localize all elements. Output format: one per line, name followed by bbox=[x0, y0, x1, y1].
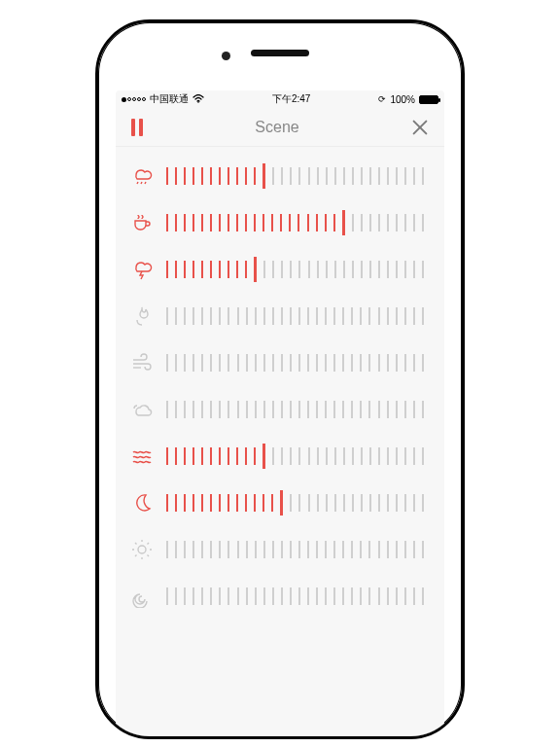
carrier-label: 中国联通 bbox=[150, 92, 189, 106]
device-power-button bbox=[464, 197, 465, 256]
sound-row-wind bbox=[129, 339, 431, 386]
volume-slider-clouds[interactable] bbox=[166, 396, 431, 423]
sound-row-sun bbox=[129, 526, 431, 573]
wind-icon[interactable] bbox=[129, 350, 155, 375]
clouds-icon[interactable] bbox=[129, 397, 155, 422]
volume-slider-waves[interactable] bbox=[166, 443, 431, 470]
device-frame: 中国联通 下午2:47 ⟳ 100% Scene bbox=[95, 19, 465, 739]
sound-row-moon bbox=[129, 480, 431, 526]
volume-slider-spiral[interactable] bbox=[166, 583, 431, 610]
sound-row-spiral bbox=[129, 573, 431, 620]
status-bar: 中国联通 下午2:47 ⟳ 100% bbox=[116, 90, 444, 108]
thunder-icon[interactable] bbox=[129, 257, 155, 282]
orientation-lock-icon: ⟳ bbox=[378, 94, 386, 104]
sound-row-rain bbox=[129, 153, 431, 199]
volume-slider-wind[interactable] bbox=[166, 349, 431, 376]
close-button[interactable] bbox=[411, 119, 429, 136]
sound-row-fire bbox=[129, 293, 431, 339]
nav-bar: Scene bbox=[116, 108, 444, 147]
screen: 中国联通 下午2:47 ⟳ 100% Scene bbox=[116, 90, 444, 736]
page-title: Scene bbox=[255, 119, 298, 136]
coffee-icon[interactable] bbox=[129, 210, 155, 235]
volume-slider-coffee[interactable] bbox=[166, 209, 431, 236]
waves-icon[interactable] bbox=[129, 444, 155, 469]
spiral-icon[interactable] bbox=[129, 584, 155, 609]
volume-slider-thunder[interactable] bbox=[166, 256, 431, 283]
volume-slider-rain[interactable] bbox=[166, 162, 431, 190]
sound-row-thunder bbox=[129, 246, 431, 293]
sound-row-clouds bbox=[129, 386, 431, 433]
pause-button[interactable] bbox=[131, 119, 143, 136]
sound-row-coffee bbox=[129, 199, 431, 246]
device-volume-down bbox=[95, 266, 96, 312]
svg-point-1 bbox=[138, 546, 146, 553]
svg-point-0 bbox=[197, 101, 199, 103]
volume-slider-fire[interactable] bbox=[166, 302, 431, 330]
device-mute-switch bbox=[95, 159, 96, 188]
device-speaker bbox=[251, 50, 309, 56]
wifi-icon bbox=[192, 94, 204, 105]
device-volume-up bbox=[95, 207, 96, 254]
volume-slider-sun[interactable] bbox=[166, 536, 431, 563]
device-camera bbox=[222, 52, 230, 60]
battery-percent-label: 100% bbox=[390, 94, 415, 105]
volume-slider-moon[interactable] bbox=[166, 489, 431, 516]
moon-icon[interactable] bbox=[129, 490, 155, 516]
rain-icon[interactable] bbox=[129, 163, 155, 189]
sound-list bbox=[116, 147, 444, 736]
sun-icon[interactable] bbox=[129, 537, 155, 562]
fire-icon[interactable] bbox=[129, 303, 155, 329]
signal-strength-icon bbox=[122, 97, 146, 102]
clock-label: 下午2:47 bbox=[272, 92, 310, 106]
sound-row-waves bbox=[129, 433, 431, 480]
battery-icon bbox=[419, 95, 438, 104]
